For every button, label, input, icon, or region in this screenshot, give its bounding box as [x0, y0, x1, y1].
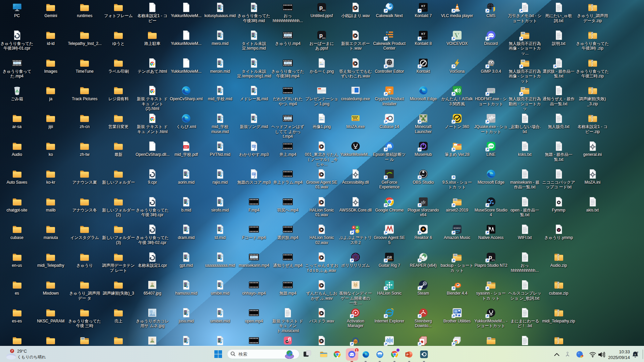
svg-text:z: z: [635, 353, 636, 356]
svg-text:P: P: [407, 353, 409, 356]
svg-text:z: z: [637, 351, 638, 354]
